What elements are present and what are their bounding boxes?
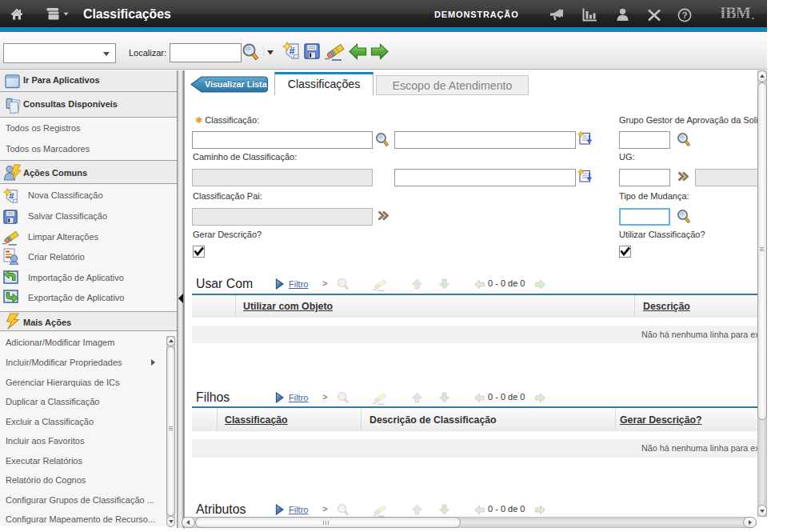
svg-text:?: ?: [682, 10, 688, 20]
